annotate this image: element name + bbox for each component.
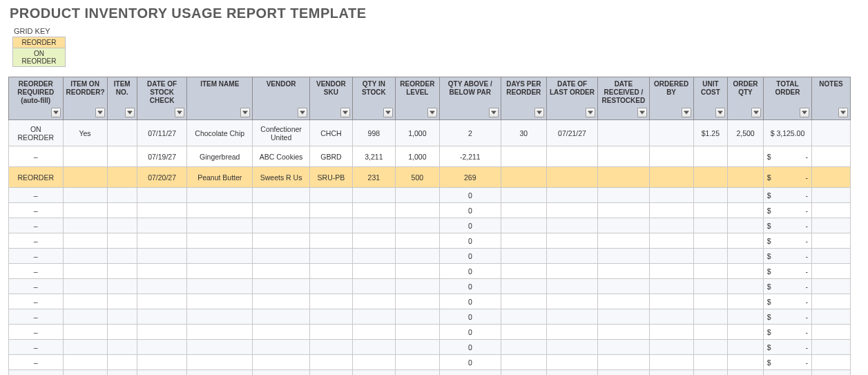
cell[interactable] [63, 233, 107, 249]
cell-status[interactable]: REORDER [9, 167, 64, 188]
cell-vendor[interactable]: ABC Cookies [253, 146, 310, 167]
cell[interactable] [137, 309, 186, 325]
cell[interactable]: – [9, 188, 64, 203]
cell[interactable] [649, 203, 693, 218]
cell[interactable] [501, 203, 546, 218]
cell-date-received[interactable] [598, 167, 649, 188]
cell-item-on-reorder[interactable] [63, 167, 107, 188]
filter-dropdown-button[interactable] [715, 108, 725, 117]
cell[interactable] [649, 355, 693, 370]
cell[interactable] [598, 218, 649, 233]
cell[interactable]: 0 [439, 279, 501, 294]
cell-total-order[interactable]: $- [763, 309, 811, 325]
cell[interactable] [352, 218, 395, 233]
cell[interactable] [395, 340, 439, 355]
cell[interactable] [501, 279, 546, 294]
cell[interactable] [546, 233, 597, 249]
cell[interactable] [501, 188, 546, 203]
filter-dropdown-button[interactable] [240, 108, 250, 117]
cell[interactable] [137, 249, 186, 264]
cell-days-per-reorder[interactable] [501, 146, 546, 167]
cell-reorder-level[interactable]: 1,000 [395, 146, 439, 167]
cell[interactable] [812, 355, 851, 370]
cell[interactable] [352, 370, 395, 376]
cell[interactable] [395, 279, 439, 294]
cell-total-order[interactable]: $- [763, 218, 811, 233]
cell[interactable] [395, 218, 439, 233]
cell[interactable] [63, 309, 107, 325]
cell[interactable] [649, 340, 693, 355]
cell-vendor[interactable]: Sweets R Us [253, 167, 310, 188]
cell-item-on-reorder[interactable] [63, 146, 107, 167]
cell[interactable] [501, 325, 546, 340]
cell[interactable] [63, 370, 107, 376]
cell-item-name[interactable]: Gingerbread [187, 146, 253, 167]
filter-dropdown-button[interactable] [298, 108, 307, 117]
cell[interactable]: – [9, 340, 64, 355]
cell[interactable] [812, 294, 851, 309]
cell[interactable] [501, 340, 546, 355]
cell[interactable] [137, 370, 186, 376]
cell-qty-in-stock[interactable]: 998 [352, 120, 395, 146]
cell[interactable]: – [9, 279, 64, 294]
cell[interactable]: 0 [439, 325, 501, 340]
cell[interactable] [137, 218, 186, 233]
cell[interactable] [501, 370, 546, 376]
cell[interactable] [352, 203, 395, 218]
cell[interactable] [546, 355, 597, 370]
filter-dropdown-button[interactable] [838, 108, 848, 117]
cell[interactable] [693, 340, 728, 355]
cell-item-no[interactable] [107, 120, 137, 146]
cell[interactable] [395, 294, 439, 309]
cell[interactable] [253, 370, 310, 376]
cell[interactable] [253, 325, 310, 340]
filter-dropdown-button[interactable] [340, 108, 350, 117]
cell-order-qty[interactable] [728, 146, 764, 167]
cell[interactable] [137, 233, 186, 249]
cell[interactable] [728, 309, 764, 325]
cell[interactable] [352, 279, 395, 294]
cell[interactable] [187, 218, 253, 233]
cell[interactable] [309, 294, 352, 309]
cell[interactable] [352, 355, 395, 370]
cell-vendor[interactable]: Confectioner United [253, 120, 310, 146]
cell[interactable] [728, 279, 764, 294]
cell-total-order[interactable]: $- [763, 294, 811, 309]
filter-dropdown-button[interactable] [800, 108, 809, 117]
cell[interactable] [693, 264, 728, 279]
cell[interactable] [546, 309, 597, 325]
cell[interactable] [649, 294, 693, 309]
cell[interactable] [309, 355, 352, 370]
cell-total-order[interactable]: $- [763, 167, 811, 188]
cell[interactable] [598, 325, 649, 340]
cell[interactable]: 0 [439, 218, 501, 233]
cell[interactable] [63, 340, 107, 355]
cell-item-no[interactable] [107, 146, 137, 167]
filter-dropdown-button[interactable] [682, 108, 691, 117]
cell-qty-in-stock[interactable]: 3,211 [352, 146, 395, 167]
cell[interactable] [253, 309, 310, 325]
cell[interactable] [107, 340, 137, 355]
cell-total-order[interactable]: $- [763, 355, 811, 370]
cell[interactable] [598, 249, 649, 264]
cell[interactable] [812, 249, 851, 264]
cell[interactable] [137, 264, 186, 279]
cell[interactable] [395, 249, 439, 264]
cell[interactable] [598, 188, 649, 203]
cell-reorder-level[interactable]: 1,000 [395, 120, 439, 146]
cell[interactable] [63, 218, 107, 233]
filter-dropdown-button[interactable] [175, 108, 184, 117]
cell[interactable] [546, 203, 597, 218]
cell[interactable] [352, 309, 395, 325]
cell[interactable] [546, 340, 597, 355]
cell[interactable] [352, 264, 395, 279]
cell[interactable]: 0 [439, 233, 501, 249]
cell[interactable] [107, 309, 137, 325]
cell-status[interactable]: ON REORDER [9, 120, 64, 146]
cell[interactable] [395, 203, 439, 218]
cell[interactable] [309, 340, 352, 355]
cell[interactable]: – [9, 294, 64, 309]
cell-vendor-sku[interactable]: GBRD [309, 146, 352, 167]
cell[interactable] [187, 264, 253, 279]
cell[interactable] [693, 188, 728, 203]
